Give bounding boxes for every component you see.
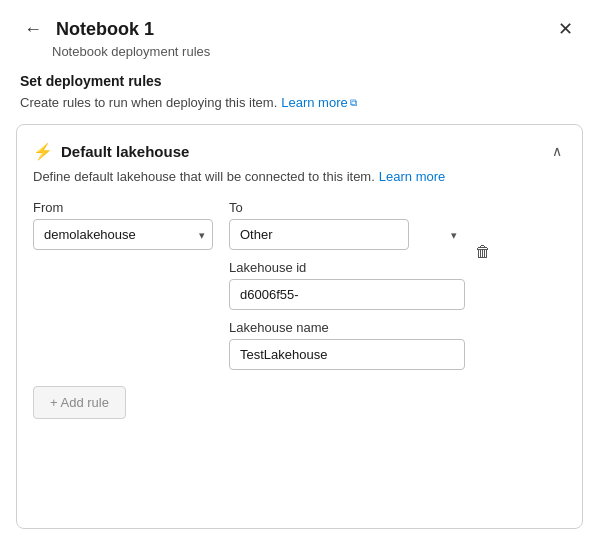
learn-more-link-top[interactable]: Learn more ⧉ — [281, 95, 356, 110]
card-title: Default lakehouse — [61, 143, 189, 160]
page-title: Notebook 1 — [56, 19, 154, 40]
card-title-row: ⚡ Default lakehouse — [33, 142, 189, 161]
add-rule-label: + Add rule — [50, 395, 109, 410]
fields-row: From demolakehouse ▾ To Other Same as so… — [33, 200, 566, 370]
default-lakehouse-card: ⚡ Default lakehouse ∧ Define default lak… — [16, 124, 583, 529]
card-description: Define default lakehouse that will be co… — [33, 169, 566, 184]
lakehouse-name-input[interactable] — [229, 339, 465, 370]
collapse-button[interactable]: ∧ — [548, 141, 566, 161]
lakehouse-id-input[interactable] — [229, 279, 465, 310]
page-header: ← Notebook 1 ✕ — [0, 0, 599, 44]
section-title: Set deployment rules — [0, 73, 599, 95]
to-fields: Other Same as source ▾ Lakehouse id Lake… — [229, 219, 465, 370]
from-field-group: From demolakehouse ▾ — [33, 200, 213, 250]
to-section: Other Same as source ▾ Lakehouse id Lake… — [229, 219, 495, 370]
lakehouse-name-field: Lakehouse name — [229, 320, 465, 370]
close-button[interactable]: ✕ — [552, 18, 579, 40]
from-select-wrapper: demolakehouse ▾ — [33, 219, 213, 250]
section-description: Create rules to run when deploying this … — [0, 95, 599, 124]
from-select[interactable]: demolakehouse — [33, 219, 213, 250]
to-select[interactable]: Other Same as source — [229, 219, 409, 250]
card-desc-text: Define default lakehouse that will be co… — [33, 169, 375, 184]
lakehouse-id-label: Lakehouse id — [229, 260, 465, 275]
to-field-group: To Other Same as source ▾ Lakehouse id — [229, 200, 495, 370]
lightning-icon: ⚡ — [33, 142, 53, 161]
learn-more-label-card: Learn more — [379, 169, 445, 184]
learn-more-link-card[interactable]: Learn more — [379, 169, 445, 184]
section-desc-text: Create rules to run when deploying this … — [20, 95, 277, 110]
add-rule-button[interactable]: + Add rule — [33, 386, 126, 419]
lakehouse-name-label: Lakehouse name — [229, 320, 465, 335]
external-link-icon-top: ⧉ — [350, 97, 357, 109]
card-header: ⚡ Default lakehouse ∧ — [33, 141, 566, 161]
to-select-wrapper: Other Same as source ▾ — [229, 219, 465, 250]
back-button[interactable]: ← — [20, 18, 46, 40]
from-label: From — [33, 200, 213, 215]
to-chevron-icon: ▾ — [451, 228, 457, 241]
lakehouse-id-field: Lakehouse id — [229, 260, 465, 310]
learn-more-label-top: Learn more — [281, 95, 347, 110]
to-label: To — [229, 200, 495, 215]
delete-rule-button[interactable]: 🗑 — [471, 237, 495, 267]
page-subtitle: Notebook deployment rules — [0, 44, 599, 73]
header-left: ← Notebook 1 — [20, 18, 154, 40]
